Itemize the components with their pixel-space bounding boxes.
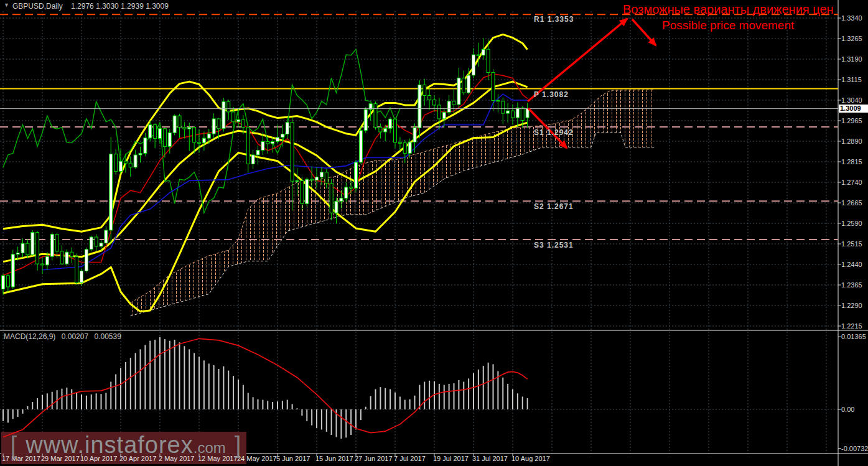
pivot-label-s1: S1 1.2942	[534, 128, 574, 137]
price-axis-label: 1.2815	[841, 158, 862, 165]
price-axis-label: 1.2890	[841, 137, 862, 145]
price-axis-label: 1.2515	[841, 240, 862, 248]
macd-name: MACD(12,26,9)	[4, 332, 55, 341]
price-axis-label: 1.2215	[841, 322, 862, 330]
symbol-timeframe-label: GBPUSD,Daily	[12, 2, 63, 11]
date-axis-label: 5 Jun 2017	[276, 455, 310, 462]
chart-canvas[interactable]	[0, 0, 868, 466]
pivot-label-s2: S2 1.2671	[534, 202, 574, 211]
price-axis-label: 1.2290	[841, 302, 862, 309]
pivot-label-r1: R1 1.3353	[534, 15, 574, 24]
price-axis-label: 1.3040	[841, 96, 862, 104]
date-axis-label: 19 Jul 2017	[433, 455, 469, 462]
price-axis-label: 1.3115	[841, 76, 862, 83]
price-axis-label: 1.2965	[841, 117, 862, 124]
date-axis-label: 24 May 2017	[237, 455, 277, 462]
date-axis-label: 31 Jul 2017	[472, 455, 508, 462]
price-axis-label: 1.3265	[841, 35, 862, 42]
annotation-text-russian: Возможные варианты движения цен	[623, 2, 834, 17]
date-axis-label: 15 Jun 2017	[315, 455, 353, 462]
watermark-tld: .com	[194, 439, 226, 457]
macd-axis-label: 0.00	[841, 406, 854, 413]
price-axis-label: 1.2590	[841, 220, 862, 227]
ohlc-quote-label: 1.2976 1.3030 1.2939 1.3009	[71, 2, 169, 11]
macd-indicator-label: MACD(12,26,9) 0.00207 0.00539	[4, 332, 125, 341]
macd-axis-label: 0.01365	[841, 333, 866, 340]
current-price-badge: 1.3009	[839, 105, 868, 113]
date-axis-label: 10 Aug 2017	[511, 455, 550, 462]
annotation-text-english: Possible price movement	[662, 19, 794, 32]
watermark-domain: www.instaforex	[26, 432, 194, 459]
symbol-dropdown-icon[interactable]: ▼	[4, 2, 9, 8]
price-axis-label: 1.2365	[841, 281, 862, 289]
price-axis-label: 1.2665	[841, 199, 862, 207]
macd-value: 0.00207	[62, 332, 88, 341]
price-axis-label: 1.2440	[841, 261, 862, 268]
pivot-label-s3: S3 1.2531	[534, 241, 574, 249]
instaforex-watermark: [ www.instaforex .com ]	[10, 432, 241, 463]
date-axis-label: 7 Jul 2017	[394, 455, 426, 462]
price-axis-label: 1.3340	[841, 14, 862, 22]
price-axis-label: 1.3190	[841, 55, 862, 63]
macd-signal-value: 0.00539	[94, 332, 121, 341]
pivot-label-p: P 1.3082	[534, 90, 569, 99]
chart-title: GBPUSD,Daily 1.2976 1.3030 1.2939 1.3009	[12, 2, 169, 11]
watermark-bracket-right: ]	[235, 432, 241, 459]
price-axis-label: 1.2740	[841, 179, 862, 186]
watermark-bracket-left: [	[11, 432, 17, 459]
date-axis-label: 27 Jun 2017	[355, 455, 393, 462]
macd-axis-label: -0.00732	[841, 445, 868, 452]
mt4-chart-window: ▼ GBPUSD,Daily 1.2976 1.3030 1.2939 1.30…	[0, 0, 868, 466]
